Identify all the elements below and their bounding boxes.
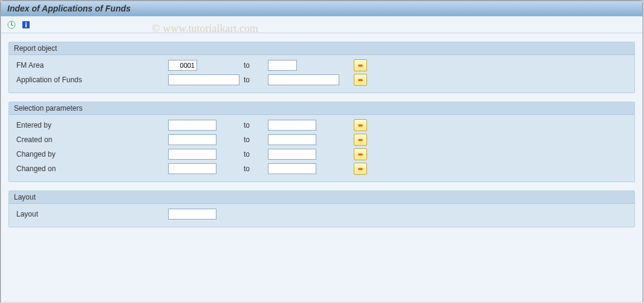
changed-on-to-input[interactable] bbox=[268, 163, 316, 174]
page-title: Index of Applications of Funds bbox=[1, 1, 643, 16]
arrow-right-icon: ➨ bbox=[358, 62, 363, 70]
layout-input[interactable] bbox=[168, 209, 216, 220]
content-area: Report object FM Area to ➨ Application o… bbox=[1, 33, 643, 302]
group-title: Selection parameters bbox=[9, 102, 634, 115]
arrow-right-icon: ➨ bbox=[358, 136, 363, 144]
group-title: Report object bbox=[9, 42, 634, 55]
entered-by-range-button[interactable]: ➨ bbox=[354, 119, 367, 131]
row-layout: Layout bbox=[14, 207, 629, 221]
label-fm-area: FM Area bbox=[14, 61, 168, 70]
fm-area-from-input[interactable] bbox=[168, 60, 197, 71]
to-label: to bbox=[244, 165, 268, 173]
fm-area-range-button[interactable]: ➨ bbox=[354, 59, 367, 71]
app-funds-to-input[interactable] bbox=[268, 74, 339, 85]
svg-rect-3 bbox=[25, 22, 27, 24]
to-label: to bbox=[244, 150, 268, 158]
changed-on-from-input[interactable] bbox=[168, 163, 216, 174]
entered-by-to-input[interactable] bbox=[268, 120, 316, 131]
app-funds-from-input[interactable] bbox=[168, 74, 239, 85]
created-on-from-input[interactable] bbox=[168, 134, 216, 145]
row-changed-on: Changed on to ➨ bbox=[14, 162, 629, 175]
created-on-to-input[interactable] bbox=[268, 134, 316, 145]
row-entered-by: Entered by to ➨ bbox=[14, 119, 629, 132]
toolbar bbox=[1, 16, 643, 33]
to-label: to bbox=[244, 135, 268, 144]
to-label: to bbox=[244, 121, 268, 129]
label-layout: Layout bbox=[14, 210, 168, 218]
label-created-on: Created on bbox=[14, 135, 168, 144]
group-title: Layout bbox=[9, 191, 634, 204]
group-report-object: Report object FM Area to ➨ Application o… bbox=[8, 42, 635, 93]
arrow-right-icon: ➨ bbox=[358, 151, 363, 158]
row-created-on: Created on to ➨ bbox=[14, 133, 629, 146]
changed-by-from-input[interactable] bbox=[168, 149, 216, 160]
info-button[interactable] bbox=[21, 19, 31, 30]
row-application-of-funds: Application of Funds to ➨ bbox=[14, 73, 629, 86]
label-changed-on: Changed on bbox=[14, 165, 168, 173]
created-on-range-button[interactable]: ➨ bbox=[354, 134, 367, 146]
changed-on-range-button[interactable]: ➨ bbox=[354, 163, 367, 175]
group-selection-parameters: Selection parameters Entered by to ➨ Cre… bbox=[8, 102, 635, 182]
execute-button[interactable] bbox=[6, 19, 17, 30]
group-layout: Layout Layout bbox=[8, 191, 635, 227]
fm-area-to-input[interactable] bbox=[268, 60, 297, 71]
label-entered-by: Entered by bbox=[14, 121, 168, 129]
entered-by-from-input[interactable] bbox=[168, 120, 216, 131]
label-application-of-funds: Application of Funds bbox=[14, 76, 168, 84]
to-label: to bbox=[244, 61, 268, 70]
arrow-right-icon: ➨ bbox=[358, 76, 363, 84]
arrow-right-icon: ➨ bbox=[358, 122, 363, 129]
changed-by-range-button[interactable]: ➨ bbox=[354, 148, 367, 160]
svg-point-1 bbox=[11, 24, 12, 25]
svg-rect-4 bbox=[25, 24, 27, 27]
arrow-right-icon: ➨ bbox=[358, 165, 363, 173]
to-label: to bbox=[244, 76, 268, 84]
app-funds-range-button[interactable]: ➨ bbox=[354, 74, 367, 86]
row-changed-by: Changed by to ➨ bbox=[14, 148, 629, 161]
row-fm-area: FM Area to ➨ bbox=[14, 59, 629, 72]
label-changed-by: Changed by bbox=[14, 150, 168, 158]
changed-by-to-input[interactable] bbox=[268, 149, 316, 160]
